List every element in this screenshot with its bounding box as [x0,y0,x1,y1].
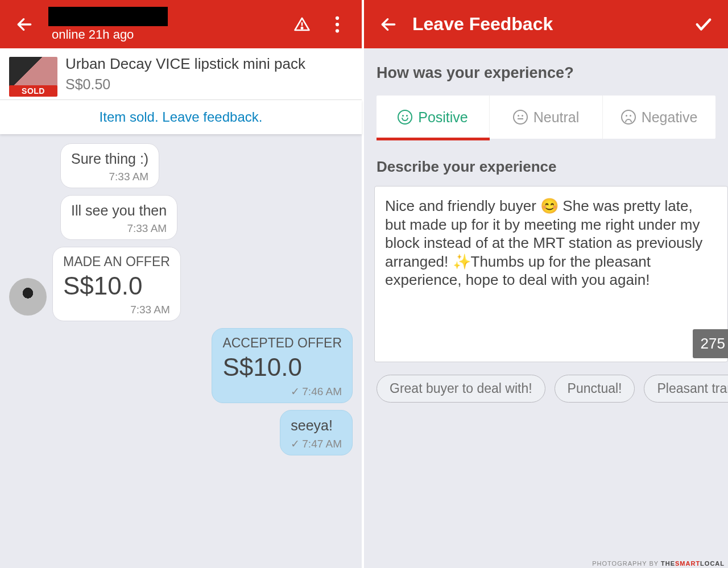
svg-point-2 [301,27,303,29]
chip-pleasant[interactable]: Pleasant transactio [644,375,728,403]
submit-button[interactable] [689,10,718,39]
sad-face-icon [621,110,636,125]
experience-prompt: How was your experience? [364,64,728,96]
more-vertical-icon [335,16,340,33]
check-icon: ✓ [291,438,300,450]
neutral-face-icon [513,110,528,125]
message-row: Ill see you then 7:33 AM [60,195,353,240]
smile-icon [398,110,412,125]
product-title: Urban Decay VICE lipstick mini pack [65,55,305,73]
chat-screen: online 21h ago SOLD Urban Decay VICE lip… [0,0,364,568]
arrow-left-icon [379,15,398,34]
message-row: MADE AN OFFER S$10.0 7:33 AM [9,247,353,321]
feedback-screen: Leave Feedback How was your experience? … [364,0,728,568]
message-text: Ill see you then [71,202,167,219]
page-title: Leave Feedback [412,14,553,35]
presence-text: online 21h ago [48,27,284,42]
character-count: 275 [693,329,728,358]
user-title-block: online 21h ago [48,7,284,42]
offer-label: ACCEPTED OFFER [222,335,342,351]
message-bubble-incoming: Ill see you then 7:33 AM [60,195,177,240]
product-price: S$0.50 [65,76,305,93]
report-button[interactable] [288,10,316,39]
message-time: 7:33 AM [127,222,167,235]
message-time: 7:33 AM [130,304,170,316]
back-button[interactable] [375,11,401,37]
message-row: seeya! ✓7:47 AM [9,410,353,455]
sold-badge: SOLD [9,85,57,97]
feedback-text: Nice and friendly buyer 😊 She was pretty… [385,197,717,289]
quick-suggestion-chips: Great buyer to deal with! Punctual! Plea… [364,362,728,403]
username-redacted [48,7,168,26]
feedback-header: Leave Feedback [364,0,728,48]
product-thumbnail: SOLD [9,57,57,91]
message-bubble-outgoing: seeya! ✓7:47 AM [280,410,353,455]
tab-label: Negative [642,109,698,126]
more-options-button[interactable] [323,10,351,39]
tab-positive[interactable]: Positive [377,96,489,139]
watermark: PHOTOGRAPHY BY THESMARTLOCAL [592,560,725,567]
message-text: Sure thing :) [71,151,148,167]
offer-amount: S$10.0 [222,353,342,382]
product-info: Urban Decay VICE lipstick mini pack S$0.… [65,55,305,93]
offer-label: MADE AN OFFER [63,254,170,270]
chat-header: online 21h ago [0,0,362,48]
svg-point-3 [336,16,339,19]
check-icon: ✓ [291,385,300,397]
offer-bubble-incoming: MADE AN OFFER S$10.0 7:33 AM [52,247,181,321]
offer-bubble-outgoing: ACCEPTED OFFER S$10.0 ✓7:46 AM [212,328,353,403]
chat-messages[interactable]: Sure thing :) 7:33 AM Ill see you then 7… [0,134,362,568]
tab-label: Positive [418,109,468,126]
message-row: ACCEPTED OFFER S$10.0 ✓7:46 AM [9,328,353,403]
feedback-body: How was your experience? Positive Neutra… [364,48,728,568]
warning-triangle-icon [293,16,311,33]
describe-label: Describe your experience [364,139,728,186]
leave-feedback-link[interactable]: Item sold. Leave feedback. [0,100,362,134]
svg-point-5 [336,29,339,32]
rating-tabs: Positive Neutral Negative [377,96,715,139]
offer-amount: S$10.0 [63,272,170,300]
message-time: ✓7:47 AM [291,437,342,450]
tab-label: Neutral [533,109,580,126]
checkmark-icon [694,15,713,34]
tab-negative[interactable]: Negative [602,96,715,139]
chip-punctual[interactable]: Punctual! [555,375,635,403]
chip-great-buyer[interactable]: Great buyer to deal with! [377,375,545,403]
message-row: Sure thing :) 7:33 AM [60,143,353,188]
svg-point-4 [336,22,339,26]
active-tab-indicator [377,138,490,140]
message-time: 7:33 AM [109,171,148,183]
tab-neutral[interactable]: Neutral [489,96,602,139]
back-button[interactable] [11,11,37,37]
message-bubble-incoming: Sure thing :) 7:33 AM [60,143,159,188]
message-text: seeya! [291,417,342,434]
avatar[interactable] [9,278,47,316]
product-bar[interactable]: SOLD Urban Decay VICE lipstick mini pack… [0,48,362,100]
feedback-textarea[interactable]: Nice and friendly buyer 😊 She was pretty… [374,186,728,362]
message-time: ✓7:46 AM [291,385,342,398]
arrow-left-icon [15,15,34,34]
